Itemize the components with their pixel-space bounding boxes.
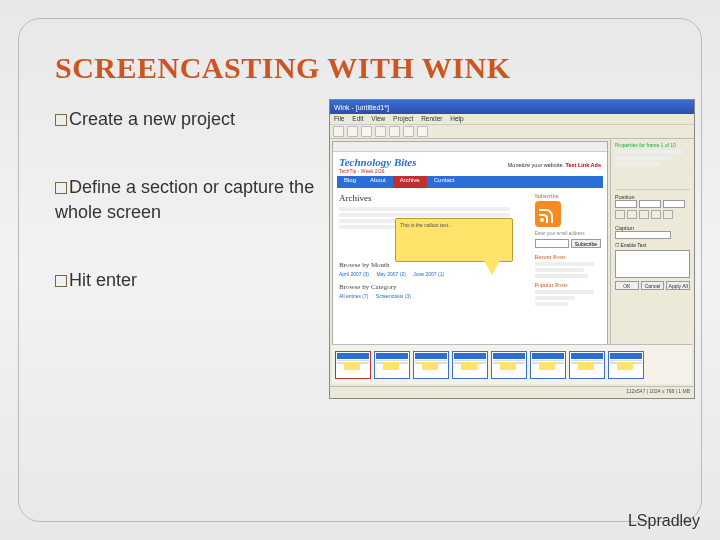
frame-thumbnail[interactable] — [452, 351, 488, 379]
tool-button[interactable] — [361, 126, 372, 137]
tool-button[interactable] — [417, 126, 428, 137]
panel-button[interactable] — [663, 210, 673, 219]
slide-frame: SCREENCASTING WITH WINK Create a new pro… — [18, 18, 702, 522]
text-line — [535, 296, 575, 300]
menu-item[interactable]: Edit — [352, 115, 363, 122]
archives-heading: Archives — [339, 193, 529, 203]
panel-line — [615, 156, 671, 160]
panel-button[interactable] — [651, 210, 661, 219]
month-link[interactable]: June 2007 (1) — [413, 271, 444, 277]
bullet-text: Hit enter — [69, 270, 137, 290]
category-links: All entries (7) Screencasts (3) — [339, 293, 529, 299]
site-ad: Monetize your website. Text Link Ads — [508, 162, 601, 168]
browse-month-heading: Browse by Month — [339, 261, 529, 269]
toolbar — [330, 125, 694, 139]
nav-item[interactable]: About — [363, 176, 393, 188]
nav-item[interactable]: Blog — [337, 176, 363, 188]
site-tagline: TechTip - Week 2/26 — [339, 168, 417, 174]
tool-button[interactable] — [389, 126, 400, 137]
site-header: Technology Bites TechTip - Week 2/26 Mon… — [333, 152, 607, 176]
panel-button[interactable] — [627, 210, 637, 219]
text-line — [339, 207, 510, 211]
email-input[interactable] — [535, 239, 569, 248]
caption-input[interactable] — [615, 231, 671, 239]
popular-heading: Popular Posts — [535, 282, 601, 288]
slide-title: SCREENCASTING WITH WINK — [55, 51, 665, 85]
email-hint: Enter your email address — [535, 231, 601, 236]
text-line — [339, 213, 510, 217]
tool-button[interactable] — [333, 126, 344, 137]
tool-button[interactable] — [403, 126, 414, 137]
subscribe-heading: Subscribe — [535, 193, 601, 199]
panel-line — [615, 150, 683, 154]
browser-chrome — [333, 142, 607, 152]
bullet-text: Create a new project — [69, 109, 235, 129]
frame-thumbnail[interactable] — [608, 351, 644, 379]
browse-category-heading: Browse by Category — [339, 283, 529, 291]
screenshot-wrap: Wink - [untitled1*] File Edit View Proje… — [329, 99, 695, 399]
menubar: File Edit View Project Render Help — [330, 114, 694, 125]
textbox-checkbox[interactable]: ☐ Enable Text — [615, 242, 690, 248]
workarea: Technology Bites TechTip - Week 2/26 Mon… — [330, 139, 694, 357]
bullet-item: Create a new project — [55, 107, 315, 131]
bullet-item: Define a section or capture the whole sc… — [55, 175, 315, 224]
panel-button[interactable] — [615, 210, 625, 219]
ok-button[interactable]: OK — [615, 281, 639, 290]
nav-item-active[interactable]: Archive — [393, 176, 427, 188]
panel-footer: OK Cancel Apply All — [615, 281, 690, 290]
caption-textarea[interactable] — [615, 250, 690, 278]
statusbar: 112x547 | 1024 x 768 | 1 MB — [330, 386, 694, 398]
callout-text: This is the callout text… — [396, 219, 512, 231]
subscribe-form: Subscribe — [535, 239, 601, 248]
thumbnail-strip — [332, 344, 692, 384]
bullet-square-icon — [55, 275, 67, 287]
menu-item[interactable]: Render — [421, 115, 442, 122]
tool-button[interactable] — [347, 126, 358, 137]
slide-footer: LSpradley — [628, 512, 700, 530]
menu-item[interactable]: File — [334, 115, 344, 122]
site-sidebar: Subscribe Enter your email address Subsc… — [535, 193, 601, 308]
position-fields — [615, 200, 690, 208]
nav-item[interactable]: Contact — [427, 176, 462, 188]
frame-thumbnail[interactable] — [569, 351, 605, 379]
bullet-list: Create a new project Define a section or… — [55, 103, 315, 399]
menu-item[interactable]: Help — [450, 115, 463, 122]
recent-heading: Recent Posts — [535, 254, 601, 260]
category-link[interactable]: Screencasts (3) — [376, 293, 411, 299]
menu-item[interactable]: Project — [393, 115, 413, 122]
panel-header: Properties for frame 1 of 10 — [615, 142, 690, 148]
frame-thumbnail[interactable] — [374, 351, 410, 379]
month-link[interactable]: May 2007 (2) — [376, 271, 405, 277]
bullet-square-icon — [55, 182, 67, 194]
caption-field — [615, 231, 690, 239]
rss-icon[interactable] — [535, 201, 561, 227]
bullet-text: Define a section or capture the whole sc… — [55, 177, 314, 221]
text-line — [535, 262, 595, 266]
content-row: Create a new project Define a section or… — [55, 103, 665, 399]
text-line — [535, 274, 588, 278]
menu-item[interactable]: View — [371, 115, 385, 122]
panel-button-row — [615, 210, 690, 219]
apply-all-button[interactable]: Apply All — [666, 281, 690, 290]
callout-box[interactable]: This is the callout text… — [395, 218, 513, 262]
frame-thumbnail[interactable] — [491, 351, 527, 379]
cancel-button[interactable]: Cancel — [641, 281, 665, 290]
site-logo: Technology Bites — [339, 156, 417, 168]
pos-x-input[interactable] — [615, 200, 637, 208]
tool-button[interactable] — [375, 126, 386, 137]
subscribe-button[interactable]: Subscribe — [571, 239, 601, 248]
captured-frame: Technology Bites TechTip - Week 2/26 Mon… — [332, 141, 608, 355]
month-links: April 2007 (3) May 2007 (2) June 2007 (1… — [339, 271, 529, 277]
category-link[interactable]: All entries (7) — [339, 293, 368, 299]
panel-line — [615, 162, 660, 166]
pos-y-input[interactable] — [639, 200, 661, 208]
frame-thumbnail[interactable] — [530, 351, 566, 379]
panel-button[interactable] — [639, 210, 649, 219]
bullet-square-icon — [55, 114, 67, 126]
frame-thumbnail-selected[interactable] — [335, 351, 371, 379]
window-title: Wink - [untitled1*] — [334, 104, 389, 111]
pos-w-input[interactable] — [663, 200, 685, 208]
month-link[interactable]: April 2007 (3) — [339, 271, 369, 277]
frame-thumbnail[interactable] — [413, 351, 449, 379]
text-line — [535, 302, 568, 306]
